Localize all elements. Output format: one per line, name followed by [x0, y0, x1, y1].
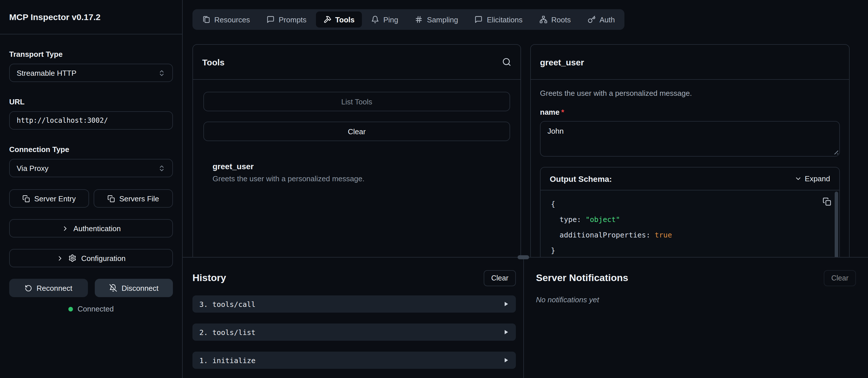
history-item[interactable]: 1. initialize: [192, 352, 516, 369]
play-icon: [503, 301, 509, 307]
panel-resize-handle[interactable]: [518, 255, 529, 259]
chevrons-up-down-icon: [158, 69, 165, 76]
tools-list: greet_userGreets the user with a persona…: [204, 162, 510, 183]
notifications-empty-message: No notifications yet: [536, 296, 856, 304]
tab-elicitations[interactable]: Elicitations: [467, 11, 530, 28]
server-buttons-row: Server Entry Servers File: [9, 189, 173, 208]
history-header: History Clear: [192, 270, 516, 286]
content-cards: Tools List Tools Clear greet_userGreets …: [192, 44, 868, 257]
history-item[interactable]: 2. tools/list: [192, 323, 516, 341]
param-input-wrapper: John: [540, 121, 840, 157]
key-icon: [587, 15, 595, 24]
configuration-button[interactable]: Configuration: [9, 249, 173, 267]
bell-icon: [371, 15, 379, 24]
connection-type-select[interactable]: Via Proxy: [9, 159, 173, 177]
servers-file-button[interactable]: Servers File: [93, 189, 173, 208]
expand-toggle[interactable]: Expand: [795, 174, 830, 183]
disconnect-button[interactable]: Disconnect: [94, 279, 173, 297]
notifications-title: Server Notifications: [536, 272, 628, 284]
servers-file-label: Servers File: [119, 194, 159, 203]
reconnect-button[interactable]: Reconnect: [9, 279, 88, 297]
tab-label: Sampling: [427, 15, 458, 24]
tab-resources[interactable]: Resources: [195, 11, 257, 28]
play-icon: [503, 357, 509, 363]
tab-label: Ping: [383, 15, 398, 24]
app-title: MCP Inspector v0.17.2: [0, 0, 182, 34]
schema-code-lines: { type: "object" additionalProperties: t…: [551, 196, 829, 257]
param-name-label: name*: [540, 108, 840, 116]
main-area: ResourcesPromptsToolsPingSamplingElicita…: [183, 0, 868, 378]
tab-tools[interactable]: Tools: [316, 11, 362, 28]
disconnect-label: Disconnect: [122, 284, 159, 292]
clear-tools-button[interactable]: Clear: [204, 122, 510, 141]
status-label: Connected: [78, 305, 114, 313]
tools-panel-body: List Tools Clear greet_userGreets the us…: [193, 80, 521, 183]
tool-detail-title: greet_user: [540, 57, 584, 67]
code-line: additionalProperties: true: [551, 227, 829, 243]
network-icon: [539, 15, 547, 24]
code-token: type:: [551, 215, 585, 224]
code-token: additionalProperties:: [551, 231, 655, 239]
notifications-panel: Server Notifications Clear No notificati…: [523, 257, 868, 378]
connection-type-label: Connection Type: [9, 145, 173, 154]
authentication-label: Authentication: [73, 224, 121, 233]
param-name-text: name: [540, 108, 560, 116]
connect-buttons-row: Reconnect Disconnect: [9, 279, 173, 297]
tool-detail-header: greet_user: [531, 45, 849, 80]
copy-code-icon[interactable]: [823, 197, 831, 206]
configuration-label: Configuration: [81, 254, 126, 263]
server-entry-label: Server Entry: [34, 194, 76, 203]
authentication-button[interactable]: Authentication: [9, 219, 173, 237]
tab-sampling[interactable]: Sampling: [408, 11, 466, 28]
url-label: URL: [9, 98, 173, 107]
chevron-right-icon: [57, 254, 64, 262]
history-item-label: 2. tools/list: [199, 328, 256, 336]
transport-type-select[interactable]: Streamable HTTP: [9, 64, 173, 82]
clear-notifications-button[interactable]: Clear: [824, 270, 856, 286]
chevron-right-icon: [61, 225, 69, 232]
history-item[interactable]: 3. tools/call: [192, 296, 516, 313]
output-schema-label: Output Schema:: [550, 174, 612, 183]
tools-panel-title: Tools: [202, 57, 225, 67]
url-input[interactable]: http://localhost:3002/: [9, 111, 173, 130]
connection-status: Connected: [9, 305, 173, 313]
notifications-header: Server Notifications Clear: [536, 270, 856, 286]
tab-roots[interactable]: Roots: [532, 11, 578, 28]
top-region: ResourcesPromptsToolsPingSamplingElicita…: [183, 0, 868, 257]
tab-prompts[interactable]: Prompts: [259, 11, 314, 28]
scrollbar-thumb[interactable]: [835, 192, 838, 257]
bottom-panel: History Clear 3. tools/call2. tools/list…: [183, 257, 868, 378]
tab-label: Prompts: [279, 15, 307, 24]
tools-panel-header: Tools: [193, 45, 521, 80]
play-icon: [503, 329, 509, 335]
history-item-label: 3. tools/call: [199, 300, 256, 308]
tab-auth[interactable]: Auth: [580, 11, 622, 28]
tab-bar: ResourcesPromptsToolsPingSamplingElicita…: [192, 9, 625, 30]
output-schema-header: Output Schema: Expand: [540, 168, 839, 190]
history-title: History: [192, 272, 226, 284]
output-schema-section: Output Schema: Expand { type: "object" a…: [540, 167, 840, 257]
history-item-label: 1. initialize: [199, 356, 256, 365]
code-line: {: [551, 196, 829, 212]
list-tools-button[interactable]: List Tools: [204, 92, 510, 111]
tab-ping[interactable]: Ping: [364, 11, 406, 28]
tools-panel: Tools List Tools Clear greet_userGreets …: [192, 44, 521, 257]
tool-name: greet_user: [213, 162, 510, 171]
param-name-input[interactable]: John: [540, 121, 840, 157]
tool-detail-panel: greet_user Greets the user with a person…: [530, 44, 849, 257]
server-entry-button[interactable]: Server Entry: [9, 189, 89, 208]
code-token: true: [655, 231, 672, 239]
transport-type-value: Streamable HTTP: [17, 69, 76, 77]
code-line: type: "object": [551, 212, 829, 227]
tab-label: Tools: [335, 15, 354, 24]
sidebar: MCP Inspector v0.17.2 Transport Type Str…: [0, 0, 183, 378]
tab-label: Resources: [214, 15, 250, 24]
code-token: {: [551, 200, 555, 208]
history-panel: History Clear 3. tools/call2. tools/list…: [183, 257, 523, 378]
search-icon[interactable]: [502, 57, 511, 67]
tool-list-item[interactable]: greet_userGreets the user with a persona…: [204, 162, 510, 183]
transport-type-label: Transport Type: [9, 50, 173, 59]
message-square-icon: [475, 15, 483, 24]
clear-history-button[interactable]: Clear: [484, 270, 516, 286]
files-icon: [202, 15, 210, 24]
